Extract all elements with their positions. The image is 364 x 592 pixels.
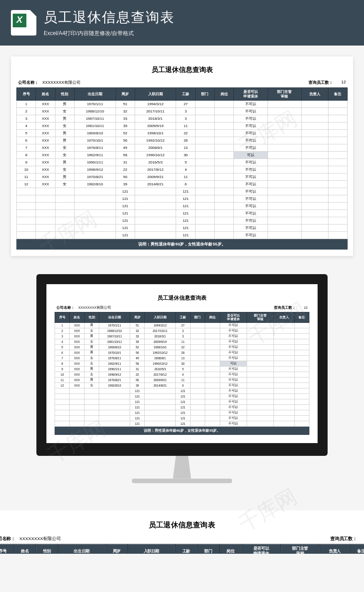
table-cell: 男 [55, 174, 74, 181]
page-title: 员工退休信息查询表 [44, 8, 175, 27]
table-cell: 1988/12/10 [99, 328, 130, 333]
table-cell: 4 [55, 339, 70, 344]
table-cell: 121 [176, 210, 195, 217]
table-row: 3XXX男1987/10/11332018/3/13不可以 [17, 115, 348, 122]
table-cell [70, 388, 84, 393]
table-cell [190, 377, 205, 383]
table-cell: 45 [116, 144, 135, 152]
table-cell: XXX [70, 372, 84, 377]
table-row: 10XXX女1998/9/12222017/8/124不可以 [17, 166, 348, 174]
table-cell [268, 159, 301, 166]
table-cell: 不可以 [234, 203, 268, 210]
table-cell: 39 [130, 383, 145, 388]
table-cell: 1998/10/1 [145, 344, 176, 350]
table-cell [273, 366, 294, 372]
table-row: 121121不可以 [55, 404, 309, 410]
column-header: 岗位 [219, 544, 242, 554]
table-cell [205, 328, 220, 333]
table-cell: 121 [116, 210, 135, 217]
table-cell [268, 232, 301, 239]
table-cell: 5 [176, 159, 195, 166]
table-cell [273, 421, 294, 426]
table-cell [247, 328, 273, 333]
table-cell [190, 344, 205, 350]
table-cell: 女 [55, 122, 74, 130]
table-cell [268, 203, 301, 210]
table-cell: 9 [17, 159, 36, 166]
table-cell [302, 203, 328, 210]
table-cell [135, 188, 176, 195]
table-cell: 不可以 [234, 188, 268, 195]
table-cell [215, 203, 234, 210]
table-cell [36, 195, 55, 203]
column-header: 性别 [36, 544, 58, 554]
table-cell [205, 322, 220, 328]
page-subtitle: Excel/A4打印/内容随意修改/自带格式 [44, 30, 175, 37]
table-cell [17, 195, 36, 203]
table-cell [190, 388, 205, 393]
table-cell: XXX [70, 339, 84, 344]
column-header: 序号 [17, 88, 36, 101]
table-row: 7XXX女1976/8/11452008/8/113不可以 [17, 144, 348, 152]
table-cell: 不可以 [220, 383, 247, 388]
table-cell [84, 415, 99, 421]
table-cell [294, 377, 309, 383]
table-cell [17, 225, 36, 232]
table-cell: 1 [55, 322, 70, 328]
table-cell [273, 415, 294, 421]
column-header: 姓名 [14, 544, 36, 554]
table-cell: 2009/9/19 [135, 122, 176, 130]
table-cell [328, 159, 347, 166]
table-cell: 11 [176, 377, 190, 383]
table-cell: 5 [17, 130, 36, 137]
table-cell [273, 404, 294, 410]
table-cell: 不可以 [220, 421, 247, 426]
table-cell [215, 174, 234, 181]
table-cell [247, 372, 273, 377]
table-cell: 女 [84, 339, 99, 344]
table-row: 121121不可以 [55, 399, 309, 404]
table-cell: 不可以 [234, 210, 268, 217]
table-cell [273, 410, 294, 415]
table-cell [268, 166, 301, 174]
table-cell: 121 [116, 225, 135, 232]
table-cell: 30 [176, 361, 190, 366]
table-cell: 1998/10/1 [135, 130, 176, 137]
table-cell [74, 188, 116, 195]
column-header: 入职日期 [145, 312, 176, 323]
table-cell [205, 421, 220, 426]
table-cell [215, 108, 234, 115]
table-row: 1XXX男1970/1/11511994/3/1227不可以 [55, 322, 309, 328]
table-cell: 3 [55, 333, 70, 339]
column-header: 部门 [195, 88, 214, 101]
sheet-preview-top: 员工退休信息查询表公司名称：XXXXXXXX有限公司查询员工数：12序号姓名性别… [11, 56, 353, 256]
table-row: 121121不可以 [17, 232, 348, 239]
table-cell: 121 [176, 232, 195, 239]
table-cell: 121 [176, 399, 190, 404]
table-cell: 121 [130, 410, 145, 415]
table-cell [99, 421, 130, 426]
table-cell: 1 [17, 101, 36, 108]
column-header: 是否可以申请退休 [220, 312, 247, 323]
table-row: 11XXX男1970/8/21502009/9/2111不可以 [17, 174, 348, 181]
table-cell [328, 188, 347, 195]
table-cell [135, 225, 176, 232]
table-cell [215, 195, 234, 203]
table-cell: XXX [70, 361, 84, 366]
table-cell [215, 137, 234, 144]
column-header: 性别 [55, 88, 74, 101]
table-cell [145, 388, 176, 393]
table-row: 121121不可以 [17, 203, 348, 210]
column-header: 是否可以申请退休 [242, 544, 281, 554]
table-cell: 121 [130, 393, 145, 399]
table-cell [273, 339, 294, 344]
table-cell: 121 [130, 415, 145, 421]
table-cell: 2008/8/1 [145, 355, 176, 361]
table-cell [190, 421, 205, 426]
table-cell [302, 232, 328, 239]
table-cell: XXX [36, 130, 55, 137]
table-cell [268, 174, 301, 181]
table-cell: 不可以 [234, 122, 268, 130]
table-cell: XXX [36, 101, 55, 108]
table-cell: 1990/10/12 [145, 361, 176, 366]
